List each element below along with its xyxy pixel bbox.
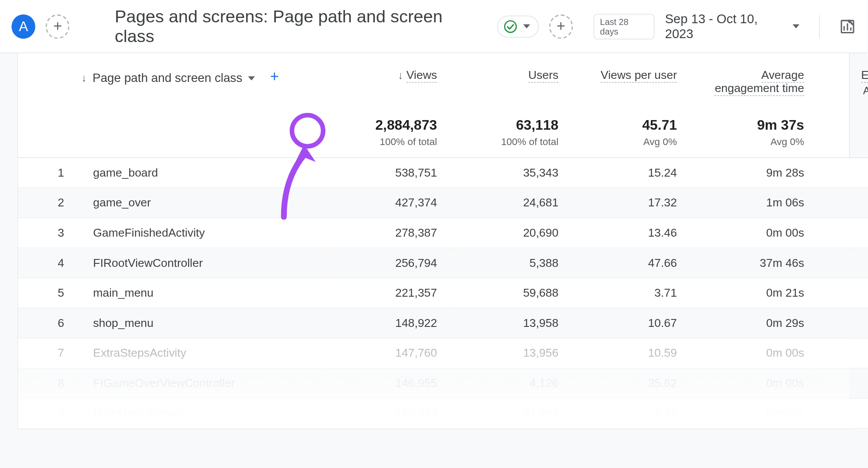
table-row[interactable]: 3GameFinishedActivity 278,38720,690 13.4… (18, 218, 868, 248)
data-table: ↓ Page path and screen class + ↓ Views U… (18, 53, 850, 429)
total-aet: 9m 37s (700, 117, 804, 133)
top-bar: A + Pages and screens: Page path and scr… (0, 0, 867, 53)
sort-descending-icon: ↓ (81, 72, 87, 84)
dimension-selector[interactable]: ↓ Page path and screen class (81, 71, 255, 85)
column-header-views-per-user[interactable]: Views per user (570, 53, 689, 103)
dimension-label: Page path and screen class (92, 71, 242, 85)
table-row[interactable]: 1game_board 538,75135,343 15.249m 28s (18, 158, 868, 188)
chevron-down-icon (248, 76, 255, 80)
page-title: Pages and screens: Page path and screen … (115, 7, 480, 46)
total-views: 2,884,873 (336, 117, 437, 133)
totals-row: 2,884,873100% of total 63,118100% of tot… (18, 103, 868, 158)
column-header-users[interactable]: Users (448, 53, 570, 103)
table-row[interactable]: 7ExtraStepsActivity 147,76013,956 10.590… (18, 338, 868, 369)
table-row[interactable]: 2game_over 427,37424,681 17.321m 06s (18, 188, 868, 218)
column-header-views[interactable]: ↓ Views (325, 53, 449, 103)
total-users: 63,118 (460, 117, 558, 133)
table-row[interactable]: 6shop_menu 148,92213,958 10.670m 29s (18, 308, 868, 338)
account-avatar[interactable]: A (11, 14, 35, 38)
customize-report-icon[interactable] (840, 18, 856, 35)
add-segment-button[interactable]: + (549, 14, 573, 38)
date-preset-chip[interactable]: Last 28 days (594, 14, 655, 39)
divider (819, 15, 819, 38)
table-row[interactable]: 5main_menu 221,35759,688 3.710m 21s (18, 278, 868, 308)
svg-point-0 (505, 21, 516, 32)
total-vpu: 45.71 (582, 117, 677, 133)
table-row[interactable]: 8FIGameOverViewController 146,9554,126 3… (18, 368, 868, 398)
add-comparison-button[interactable]: + (46, 14, 70, 38)
sort-descending-icon: ↓ (398, 69, 403, 81)
chevron-down-icon (793, 24, 800, 28)
status-selector[interactable] (497, 15, 539, 37)
table-row[interactable]: 9MainMenuActivity 120,33454,204 2.220m 0… (18, 398, 868, 429)
add-dimension-button[interactable]: + (266, 68, 282, 85)
date-range-picker[interactable]: Sep 13 - Oct 10, 2023 (665, 11, 799, 42)
table-row[interactable]: 4FIRootViewController 256,7945,388 47.66… (18, 248, 868, 278)
date-range-label: Sep 13 - Oct 10, 2023 (665, 11, 787, 42)
event-filter-value[interactable]: All (827, 85, 868, 97)
chevron-down-icon (523, 24, 530, 28)
table-header-row: ↓ Page path and screen class + ↓ Views U… (18, 53, 868, 103)
column-header-avg-engagement-time[interactable]: Average engagement time (688, 53, 815, 103)
column-header-event-count[interactable]: Ev All (816, 53, 868, 103)
status-ok-icon (503, 19, 517, 33)
